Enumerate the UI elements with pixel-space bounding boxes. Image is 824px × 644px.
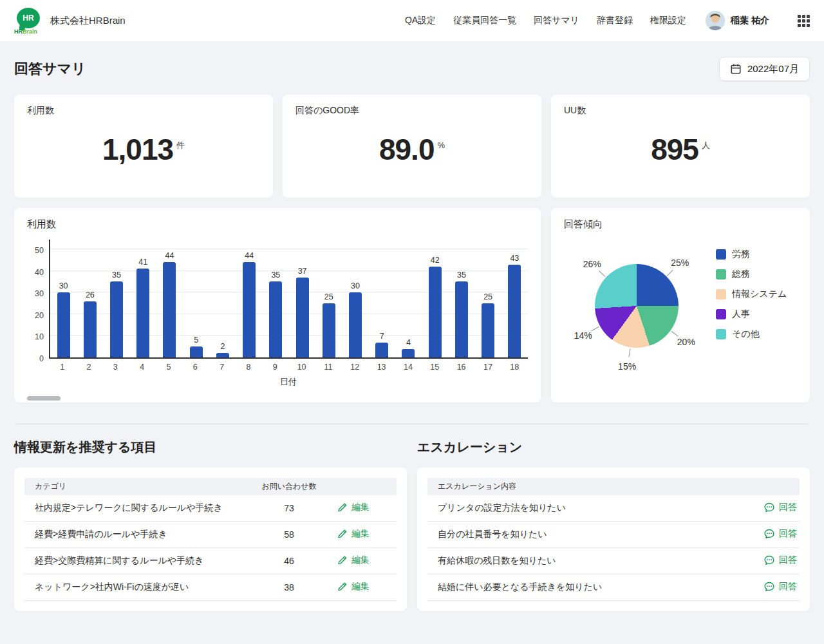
nav-item-3[interactable]: 辞書登録 — [597, 15, 633, 26]
row-category: ネットワーク>社内Wi-Fiの速度が遅い — [24, 582, 241, 593]
bar-10: 37 — [289, 240, 315, 357]
stat-label: UU数 — [564, 105, 797, 117]
bar-rect — [482, 303, 494, 357]
bar-16: 35 — [448, 240, 474, 357]
bar-3: 35 — [103, 240, 129, 357]
hrbrain-logo-bubble: HR — [17, 8, 40, 28]
bar-9: 35 — [263, 240, 289, 357]
escalation-table-row: 結婚に伴い必要となる手続きを知りたい回答 — [427, 574, 800, 601]
bar-rect — [429, 267, 442, 357]
bar-value-label: 30 — [351, 281, 360, 290]
bar-rect — [402, 349, 415, 357]
nav-item-2[interactable]: 回答サマリ — [534, 15, 579, 26]
bar-chart-plot: 30263541445244353725307442352543 — [49, 240, 528, 359]
answer-link[interactable]: 回答 — [763, 554, 797, 566]
legend-label: 人事 — [732, 308, 750, 320]
pencil-icon — [337, 529, 348, 539]
bar-rect — [84, 301, 97, 357]
x-tick-label: 13 — [368, 363, 395, 372]
month-picker-button[interactable]: 2022年07月 — [719, 57, 810, 81]
escalation-section-title: エスカレーション — [417, 439, 810, 456]
answer-label: 回答 — [779, 502, 797, 513]
row-inquiry-count: 46 — [241, 556, 337, 566]
legend-item-4: その他 — [716, 328, 787, 340]
answer-link[interactable]: 回答 — [763, 502, 797, 513]
answer-label: 回答 — [779, 554, 797, 566]
stat-unit: % — [437, 140, 445, 150]
bar-value-label: 5 — [194, 336, 198, 345]
bar-17: 25 — [475, 240, 501, 357]
pie-label-tick — [592, 327, 599, 331]
bar-15: 42 — [422, 240, 448, 357]
stat-unit: 人 — [702, 140, 710, 150]
edit-link[interactable]: 編集 — [337, 581, 370, 592]
row-inquiry-count: 58 — [241, 529, 337, 540]
edit-link[interactable]: 編集 — [337, 528, 370, 540]
edit-label: 編集 — [351, 528, 370, 540]
hrbrain-logo-hr-text: HR — [23, 14, 33, 23]
pie-chart-title: 回答傾向 — [564, 218, 797, 231]
bar-rect — [349, 292, 362, 357]
answer-link[interactable]: 回答 — [763, 528, 797, 540]
bar-4: 41 — [130, 240, 156, 357]
stat-card-2: UU数895人 — [551, 95, 810, 198]
pie-percent-label: 15% — [618, 361, 636, 372]
stat-cards-row: 利用数1,013件回答のGOOD率89.0%UU数895人 — [14, 95, 810, 198]
x-tick-label: 10 — [288, 363, 315, 372]
legend-label: 総務 — [732, 269, 750, 280]
edit-link[interactable]: 編集 — [337, 502, 370, 513]
bar-value-label: 37 — [298, 267, 307, 276]
legend-swatch — [716, 289, 726, 299]
user-menu[interactable]: 稲葉 祐介 — [706, 11, 769, 30]
bar-2: 26 — [77, 240, 103, 357]
bar-rect — [323, 303, 335, 357]
speech-bubble-icon — [763, 528, 775, 540]
y-tick-label: 30 — [35, 289, 44, 298]
stat-label: 回答のGOOD率 — [295, 105, 529, 117]
nav-item-1[interactable]: 従業員回答一覧 — [453, 15, 516, 26]
user-avatar — [706, 11, 725, 30]
legend-swatch — [716, 309, 726, 319]
bar-14: 4 — [395, 240, 422, 357]
escalation-section: エスカレーション エスカレーション内容 プリンタの設定方法を知りたい回答自分の社… — [417, 439, 810, 611]
bar-6: 5 — [183, 240, 209, 357]
edit-link[interactable]: 編集 — [337, 554, 370, 566]
bar-rect — [136, 269, 149, 357]
hrbrain-logo[interactable]: HR HRBrain — [14, 6, 44, 35]
hrbrain-logo-wordmark: HRBrain — [14, 28, 37, 35]
legend-swatch — [716, 249, 726, 260]
bar-chart-x-axis-title: 日付 — [49, 376, 528, 388]
row-inquiry-count: 73 — [241, 503, 337, 513]
bar-rect — [508, 265, 521, 358]
stat-label: 利用数 — [27, 105, 260, 117]
chart-horizontal-scrollbar[interactable] — [27, 396, 61, 401]
bar-value-label: 30 — [59, 281, 68, 290]
edit-label: 編集 — [351, 502, 370, 513]
col-escalation-content: エスカレーション内容 — [438, 481, 516, 492]
company-name: 株式会社HRBrain — [50, 15, 126, 27]
bar-18: 43 — [501, 240, 528, 357]
x-tick-label: 2 — [75, 363, 102, 372]
pie-legend: 労務総務情報システム人事その他 — [716, 233, 787, 380]
edit-label: 編集 — [351, 554, 370, 566]
bar-value-label: 44 — [165, 251, 174, 260]
x-tick-label: 17 — [474, 363, 501, 372]
month-picker-value: 2022年07月 — [747, 63, 799, 75]
nav-item-4[interactable]: 権限設定 — [650, 15, 686, 26]
app-grid-icon[interactable] — [798, 15, 810, 27]
bar-value-label: 7 — [380, 332, 384, 341]
pie-percent-label: 20% — [677, 337, 695, 347]
y-tick-label: 0 — [39, 354, 44, 363]
update-table-row: ネットワーク>社内Wi-Fiの速度が遅い38編集 — [24, 574, 397, 601]
user-name: 稲葉 祐介 — [731, 15, 769, 26]
edit-label: 編集 — [351, 581, 370, 592]
bar-rect — [243, 262, 256, 357]
col-category: カテゴリ — [24, 481, 241, 492]
legend-item-2: 情報システム — [716, 289, 787, 300]
escalation-table-card: エスカレーション内容 プリンタの設定方法を知りたい回答自分の社員番号を知りたい回… — [417, 468, 810, 611]
x-tick-label: 15 — [422, 363, 448, 372]
y-tick-label: 50 — [35, 246, 44, 255]
nav-item-0[interactable]: QA設定 — [405, 15, 436, 26]
pencil-icon — [337, 555, 348, 565]
answer-link[interactable]: 回答 — [763, 581, 797, 592]
